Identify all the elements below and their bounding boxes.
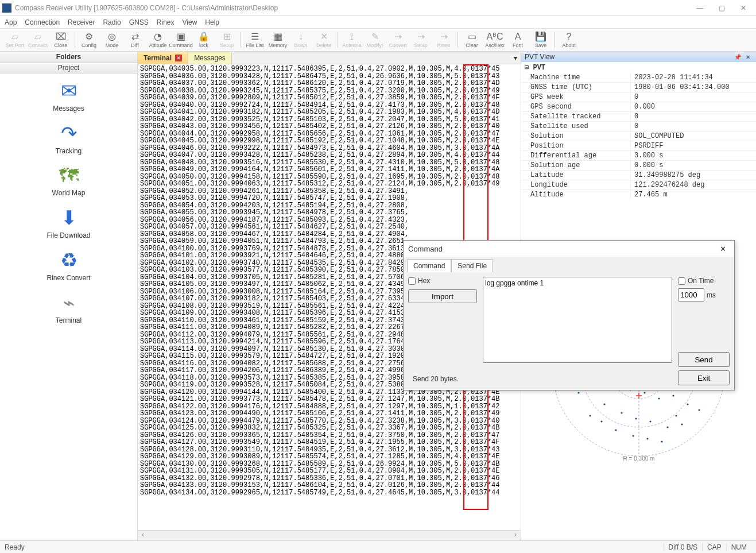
toolbar-attitude[interactable]: ◔Attitude bbox=[146, 30, 169, 50]
command-tab-sendfile[interactable]: Send File bbox=[451, 259, 493, 272]
menu-receiver[interactable]: Receiver bbox=[68, 18, 95, 26]
toolbar-clear[interactable]: ▭Clear bbox=[460, 30, 483, 50]
scroll-left-icon[interactable]: ‹ bbox=[138, 531, 148, 540]
scroll-right-icon[interactable]: › bbox=[510, 531, 521, 540]
svg-point-39 bbox=[666, 426, 668, 428]
pvt-row: PositionPSRDIFF bbox=[521, 141, 756, 150]
pvt-key: Satellite tracked bbox=[521, 112, 630, 121]
setup-icon: ⇢ bbox=[417, 32, 425, 42]
menu-gnss[interactable]: GNSS bbox=[129, 18, 149, 26]
antenna-icon: ⟟ bbox=[350, 32, 354, 42]
svg-point-33 bbox=[672, 395, 674, 396]
toolbar-memory[interactable]: ▦Memory bbox=[266, 30, 289, 50]
toolbar-about[interactable]: ?About bbox=[557, 30, 580, 50]
toolbar-save[interactable]: 💾Save bbox=[529, 30, 552, 50]
toolbar-file-list[interactable]: ☰File List bbox=[243, 30, 266, 50]
close-icon[interactable]: × bbox=[175, 55, 182, 61]
horizontal-scrollbar[interactable]: ‹ › bbox=[138, 530, 521, 540]
toolbar-label: Setup bbox=[220, 42, 234, 49]
menu-help[interactable]: Help bbox=[205, 18, 219, 26]
tab-terminal-label: Terminal bbox=[144, 54, 172, 62]
command-dialog-close-icon[interactable]: ✕ bbox=[716, 243, 730, 254]
command-dialog-body: Hex Import Send 20 bytes. On Time ms bbox=[404, 272, 734, 390]
pvt-title-label: PVT View bbox=[525, 53, 555, 61]
command-textarea[interactable] bbox=[483, 277, 672, 363]
scroll-track[interactable] bbox=[148, 531, 510, 540]
menu-app[interactable]: App bbox=[5, 18, 17, 26]
interval-input[interactable] bbox=[678, 288, 704, 301]
maximize-button[interactable]: ▢ bbox=[711, 2, 732, 14]
pvt-value: 3.000 s bbox=[630, 151, 756, 160]
pvt-group-header[interactable]: PVT bbox=[521, 62, 756, 73]
tabs-dropdown[interactable]: ▾ bbox=[510, 52, 521, 64]
toolbar-delete: ✕Delete bbox=[312, 30, 335, 50]
toolbar-lock[interactable]: 🔒lock bbox=[192, 30, 215, 50]
send-button[interactable]: Send bbox=[678, 352, 730, 367]
toolbar-setup: ⊞Setup bbox=[215, 30, 238, 50]
toolbar-label: Config bbox=[82, 42, 96, 49]
toolbar-font[interactable]: AFont bbox=[506, 30, 529, 50]
sidebar-item-file-download[interactable]: ⬇File Download bbox=[34, 206, 103, 239]
pvt-value: 0.000 bbox=[630, 102, 756, 111]
pvt-row: Longitude121.292476248 deg bbox=[521, 180, 756, 190]
command-tab-command[interactable]: Command bbox=[407, 259, 451, 272]
hex-checkbox[interactable] bbox=[408, 277, 416, 285]
toolbar-config[interactable]: ⚙Config bbox=[77, 30, 100, 50]
pvt-key: Solution age bbox=[521, 161, 630, 170]
pvt-key: Solution bbox=[521, 132, 630, 141]
pvt-row: Satellite used0 bbox=[521, 121, 756, 131]
close-pvt-icon[interactable]: ✕ bbox=[746, 54, 750, 60]
ontime-checkbox-row[interactable]: On Time bbox=[678, 277, 730, 285]
menu-rinex[interactable]: Rinex bbox=[157, 18, 175, 26]
sidebar-item-label: Tracking bbox=[56, 147, 82, 155]
sidebar-item-messages[interactable]: ✉Messages bbox=[34, 79, 103, 113]
menu-view[interactable]: View bbox=[183, 18, 197, 26]
sidebar-item-world-map[interactable]: 🗺World Map bbox=[34, 164, 103, 197]
ontime-checkbox[interactable] bbox=[678, 277, 685, 285]
setup-icon: ⊞ bbox=[223, 32, 231, 42]
pvt-value: 0 bbox=[630, 122, 756, 131]
toolbar-label: Clear bbox=[466, 42, 478, 49]
exit-button[interactable]: Exit bbox=[678, 370, 730, 385]
asc-hex-icon: AᴮC bbox=[486, 32, 503, 42]
command-dialog-title-bar[interactable]: Command ✕ bbox=[404, 241, 734, 257]
menu-radio[interactable]: Radio bbox=[103, 18, 121, 26]
toolbar-mode[interactable]: ◎Mode bbox=[100, 30, 123, 50]
close-window-button[interactable]: ✕ bbox=[733, 2, 754, 14]
menu-bar: AppConnectionReceiverRadioGNSSRinexViewH… bbox=[0, 16, 756, 29]
diff-icon: ⇄ bbox=[131, 32, 139, 42]
sidebar-item-terminal[interactable]: ⌁Terminal bbox=[34, 291, 103, 324]
svg-point-53 bbox=[600, 420, 602, 422]
toolbar-label: Down bbox=[294, 42, 307, 49]
close-icon: ⌧ bbox=[56, 32, 66, 42]
sidebar-item-tracking[interactable]: ↷Tracking bbox=[34, 122, 103, 155]
toolbar: ▱Set Port▱Connect⌧Close⚙Config◎Mode⇄Diff… bbox=[0, 29, 756, 52]
menu-connection[interactable]: Connection bbox=[25, 18, 60, 26]
status-diff: Diff 0 B/S bbox=[664, 543, 702, 551]
pvt-row: GPS second0.000 bbox=[521, 102, 756, 111]
toolbar-diff[interactable]: ⇄Diff bbox=[123, 30, 146, 50]
toolbar-close[interactable]: ⌧Close bbox=[49, 30, 72, 50]
toolbar-label: Diff bbox=[131, 42, 138, 49]
toolbar-asc-hex[interactable]: AᴮCAsc/Hex bbox=[483, 30, 506, 50]
hex-checkbox-row[interactable]: Hex bbox=[408, 277, 477, 285]
pvt-value: 0 bbox=[630, 112, 756, 121]
svg-point-40 bbox=[681, 423, 683, 425]
pvt-value: 31.349988275 deg bbox=[630, 171, 756, 180]
command-dialog-tabs: Command Send File bbox=[404, 257, 734, 272]
import-button[interactable]: Import bbox=[408, 289, 477, 303]
minimize-button[interactable]: — bbox=[689, 2, 710, 14]
pvt-body: PVT Machine time2023-02-28 11:41:34GNSS … bbox=[521, 62, 756, 199]
tab-messages[interactable]: Messages bbox=[188, 52, 232, 64]
pvt-row: GPS week0 bbox=[521, 92, 756, 102]
toolbar-convert: ⇢Convert bbox=[386, 30, 409, 50]
sidebar-item-rinex-convert[interactable]: ♻Rinex Convert bbox=[34, 249, 103, 282]
tab-terminal[interactable]: Terminal × bbox=[138, 52, 188, 64]
toolbar-modify-: ✎Modify! bbox=[363, 30, 386, 50]
pvt-value: 0.000 s bbox=[630, 161, 756, 170]
svg-point-38 bbox=[649, 420, 651, 422]
toolbar-label: Font bbox=[513, 42, 523, 49]
pin-icon[interactable]: 📌 bbox=[734, 54, 741, 60]
toolbar-command[interactable]: ▣Command bbox=[169, 30, 192, 50]
interval-unit: ms bbox=[707, 291, 716, 299]
